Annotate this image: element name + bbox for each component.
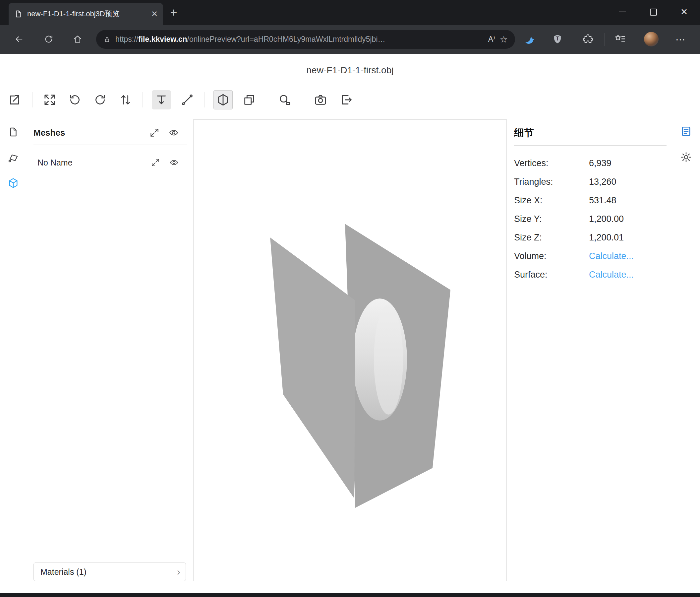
- open-model-button[interactable]: [5, 90, 24, 110]
- url-scheme: https://: [115, 35, 138, 44]
- tab-close-icon[interactable]: ✕: [151, 10, 158, 18]
- model-render: [194, 120, 506, 581]
- panel-divider: [514, 145, 667, 146]
- read-aloud-icon[interactable]: A⁾: [488, 35, 495, 44]
- stacked-squares-icon: [243, 93, 256, 106]
- minimize-icon: [619, 11, 626, 12]
- detail-label: Volume:: [514, 251, 589, 261]
- details-row-size-z: Size Z: 1,200.01: [514, 228, 667, 247]
- uv-sheet-icon: [8, 152, 19, 163]
- puzzle-icon: [583, 34, 593, 44]
- refresh-button[interactable]: [41, 31, 57, 47]
- url-text: https://file.kkview.cn/onlinePreview?url…: [115, 35, 483, 44]
- window-minimize-button[interactable]: [612, 0, 633, 24]
- detail-value: 1,200.01: [589, 233, 624, 243]
- detail-value: 13,260: [589, 177, 617, 187]
- new-tab-button[interactable]: +: [166, 5, 182, 21]
- export-button[interactable]: [337, 90, 356, 110]
- expand-diagonal-icon: [149, 128, 159, 138]
- details-row-vertices: Vertices: 6,939: [514, 154, 667, 172]
- toggle-mesh-visibility-button[interactable]: [169, 158, 179, 167]
- view-ortho-button[interactable]: [240, 90, 259, 110]
- browser-menu-button[interactable]: ⋯: [673, 31, 689, 47]
- model-viewport[interactable]: [193, 119, 507, 581]
- sidebar-model-tree-button[interactable]: [7, 176, 20, 190]
- shield-t-icon: T: [552, 33, 563, 45]
- settings-button[interactable]: [679, 150, 693, 164]
- box-3d-icon: [217, 93, 230, 106]
- expand-arrows-icon: [43, 93, 56, 106]
- extensions-button[interactable]: [580, 31, 596, 47]
- toolbar-separator: [204, 92, 204, 108]
- details-row-surface: Surface: Calculate...: [514, 265, 667, 284]
- toggle-all-visibility-button[interactable]: [169, 128, 179, 138]
- expand-diagonal-icon: [151, 158, 160, 167]
- star-list-icon: [615, 33, 626, 45]
- translate-tool-button[interactable]: [152, 90, 171, 110]
- materials-button[interactable]: Materials (1) ›: [33, 563, 186, 581]
- detail-value: 1,200.00: [589, 214, 624, 224]
- view-3d-button[interactable]: [214, 90, 233, 110]
- flip-vertical-button[interactable]: [116, 90, 135, 110]
- extension-bird-button[interactable]: [521, 31, 538, 47]
- details-rows: Vertices: 6,939 Triangles: 13,260 Size X…: [514, 154, 667, 284]
- mesh-name: No Name: [38, 158, 142, 167]
- details-row-size-y: Size Y: 1,200.00: [514, 210, 667, 228]
- detail-label: Size Y:: [514, 214, 589, 224]
- toggle-details-panel-button[interactable]: [679, 125, 693, 138]
- export-arrow-icon: [340, 93, 353, 106]
- back-button[interactable]: [10, 31, 27, 47]
- detail-label: Surface:: [514, 270, 589, 280]
- window-maximize-button[interactable]: [643, 0, 664, 24]
- browser-tab[interactable]: new-F1-D1-1-first.obj3D预览 ✕: [9, 3, 163, 25]
- window-close-button[interactable]: ✕: [674, 0, 695, 24]
- calculate-volume-link[interactable]: Calculate...: [589, 251, 634, 261]
- maximize-icon: [650, 9, 657, 16]
- model-plane-left: [270, 237, 355, 499]
- meshes-panel-title: Meshes: [33, 128, 140, 138]
- screenshot-button[interactable]: [311, 90, 330, 110]
- profile-avatar[interactable]: [644, 32, 658, 46]
- browser-titlebar: new-F1-D1-1-first.obj3D预览 ✕ + ✕: [0, 0, 700, 25]
- bird-icon: [524, 33, 535, 45]
- rotate-right-button[interactable]: [91, 90, 110, 110]
- up-down-arrows-icon: [119, 93, 132, 106]
- url-host: file.kkview.cn: [138, 35, 187, 44]
- detail-label: Triangles:: [514, 177, 589, 187]
- move-axis-icon: [155, 93, 168, 106]
- calculate-surface-link[interactable]: Calculate...: [589, 270, 634, 280]
- gear-icon: [680, 151, 692, 163]
- favorites-hub-button[interactable]: [612, 31, 628, 47]
- fit-all-meshes-button[interactable]: [149, 128, 159, 138]
- cube-icon: [8, 177, 19, 189]
- detail-value: 6,939: [589, 158, 611, 168]
- url-path: /onlinePreview?url=aHR0cHM6Ly9maWxlLmtrd…: [187, 35, 385, 44]
- mesh-list-item[interactable]: No Name: [33, 155, 187, 170]
- svg-text:T: T: [556, 36, 559, 42]
- home-button[interactable]: [69, 31, 86, 47]
- window-bottom-edge: [0, 593, 700, 597]
- magnifier-icon: [278, 93, 291, 106]
- details-row-triangles: Triangles: 13,260: [514, 172, 667, 191]
- favorite-star-icon[interactable]: ☆: [500, 34, 508, 45]
- inspect-zoom-button[interactable]: [275, 90, 294, 110]
- preview-page: new-F1-D1-1-first.obj: [0, 54, 700, 593]
- panel-divider: [33, 145, 187, 145]
- chevron-right-icon: ›: [177, 566, 180, 577]
- eye-icon: [169, 128, 179, 138]
- rotate-left-button[interactable]: [65, 90, 84, 110]
- line-points-icon: [181, 93, 194, 106]
- detail-label: Vertices:: [514, 158, 589, 168]
- fit-mesh-button[interactable]: [151, 158, 160, 167]
- measure-line-button[interactable]: [178, 90, 197, 110]
- sidebar-file-info-button[interactable]: [7, 125, 20, 139]
- fit-view-button[interactable]: [40, 90, 59, 110]
- extension-shield-button[interactable]: T: [549, 31, 566, 47]
- detail-label: Size X:: [514, 195, 589, 206]
- detail-value: 531.48: [589, 195, 617, 206]
- toolbar-separator: [143, 92, 143, 108]
- home-icon: [73, 34, 82, 44]
- address-bar[interactable]: https://file.kkview.cn/onlinePreview?url…: [96, 30, 515, 49]
- sidebar-materials-button[interactable]: [7, 151, 20, 164]
- details-list-icon: [680, 125, 692, 137]
